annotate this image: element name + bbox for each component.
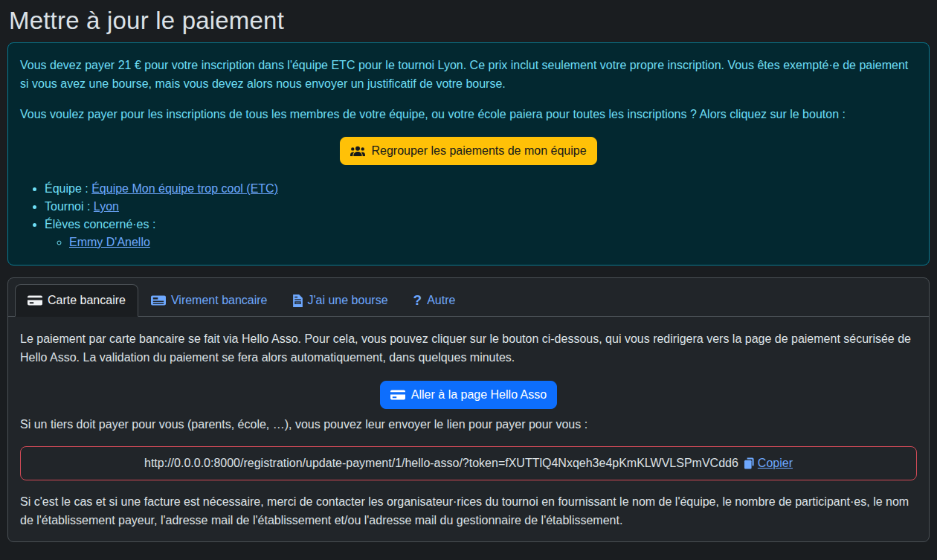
list-item-student: Emmy D'Anello [69,234,917,251]
helloasso-button[interactable]: Aller à la page Hello Asso [380,381,557,409]
group-payments-button-label: Regrouper les paiements de mon équipe [371,142,586,160]
student-link[interactable]: Emmy D'Anello [69,236,150,248]
tab-label: Autre [427,291,455,310]
copy-icon [744,457,755,469]
payment-method-tabs: Carte bancaire Virement bancaire J'ai un… [8,278,929,317]
copy-link[interactable]: Copier [744,454,793,472]
alert-paragraph-group: Vous voulez payer pour les inscriptions … [20,105,917,123]
students-sub-list: Emmy D'Anello [45,234,917,251]
payment-methods-card: Carte bancaire Virement bancaire J'ai un… [7,277,930,542]
alert-paragraph-price: Vous devez payer 21 € pour votre inscrip… [20,56,917,93]
copy-link-label: Copier [758,454,793,472]
tab-label: Carte bancaire [48,291,126,310]
tournament-link[interactable]: Lyon [94,200,119,213]
credit-card-icon [28,295,42,306]
users-icon [350,145,365,157]
students-label: Élèves concerné·es : [45,218,155,231]
payment-link-url: http://0.0.0.0:8000/registration/update-… [144,454,738,472]
payment-link-box: http://0.0.0.0:8000/registration/update-… [20,446,917,480]
team-link[interactable]: Équipe Mon équipe trop cool (ETC) [91,182,278,195]
tournament-label: Tournoi : [45,200,90,213]
list-item-students: Élèves concerné·es : Emmy D'Anello [45,216,917,251]
helloasso-button-label: Aller à la page Hello Asso [411,386,547,404]
group-payment-button-row: Regrouper les paiements de mon équipe [20,137,917,165]
card-tab-panel: Le paiement par carte bancaire se fait v… [8,317,929,541]
team-label: Équipe : [45,182,88,195]
group-payments-button[interactable]: Regrouper les paiements de mon équipe [340,137,596,165]
list-item-tournament: Tournoi : Lyon [45,198,917,216]
panel-paragraph-third-party: Si un tiers doit payer pour vous (parent… [20,415,917,434]
tab-autre[interactable]: ? Autre [401,284,468,317]
tab-virement-bancaire[interactable]: Virement bancaire [138,284,280,317]
tab-carte-bancaire[interactable]: Carte bancaire [15,284,138,317]
list-item-team: Équipe : Équipe Mon équipe trop cool (ET… [45,180,917,198]
page-title: Mettre à jour le paiement [7,0,930,42]
panel-paragraph-helloasso: Le paiement par carte bancaire se fait v… [20,329,917,367]
page-container: Mettre à jour le paiement Vous devez pay… [0,0,937,542]
file-invoice-icon [293,295,303,307]
question-icon: ? [413,292,422,309]
payment-info-alert: Vous devez payer 21 € pour votre inscrip… [7,42,930,265]
tab-label: Virement bancaire [171,291,268,310]
panel-paragraph-invoice: Si c'est le cas et si une facture est né… [20,492,917,530]
tab-jai-une-bourse[interactable]: J'ai une bourse [280,284,401,317]
credit-card-icon [390,389,405,401]
registration-info-list: Équipe : Équipe Mon équipe trop cool (ET… [20,180,917,251]
money-check-icon [151,295,166,306]
helloasso-button-row: Aller à la page Hello Asso [20,381,917,409]
tab-label: J'ai une bourse [308,291,388,310]
